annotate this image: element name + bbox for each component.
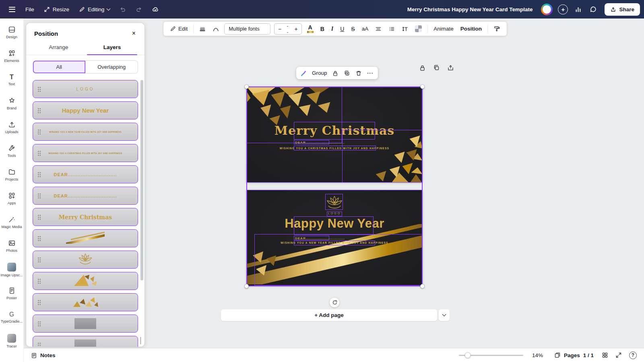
page-1-card[interactable]: Merry Christmas DEAR....................… <box>246 86 423 183</box>
card2-title[interactable]: Happy New Year <box>246 216 423 231</box>
redo-button[interactable] <box>131 3 147 16</box>
card1-dear-text[interactable]: DEAR.............................. <box>295 141 345 144</box>
drag-handle-icon[interactable] <box>37 86 41 92</box>
more-options-button[interactable]: ··· <box>365 68 376 78</box>
text-color-button[interactable]: A <box>304 23 317 35</box>
edit-button[interactable]: Edit <box>167 23 191 35</box>
layer-item[interactable]: DEAR.............................. <box>33 187 138 205</box>
drag-handle-icon[interactable] <box>37 214 41 220</box>
lotus-logo-graphic[interactable] <box>326 195 343 212</box>
drag-handle-icon[interactable] <box>37 257 41 263</box>
alignment-button[interactable] <box>372 23 385 35</box>
layer-item[interactable] <box>33 251 138 269</box>
file-menu-button[interactable]: File <box>21 3 39 16</box>
tab-layers[interactable]: Layers <box>85 41 139 55</box>
increase-font-button[interactable]: + <box>291 26 301 32</box>
add-page-options-button[interactable] <box>439 309 450 321</box>
resize-handle-bottom-left[interactable] <box>244 284 249 288</box>
transparency-button[interactable] <box>412 23 425 35</box>
font-family-selector[interactable]: Multiple fonts <box>224 23 270 35</box>
layer-item[interactable] <box>33 315 138 333</box>
sidebar-item-design[interactable]: Design <box>1 21 23 44</box>
grid-view-button[interactable] <box>602 352 608 358</box>
line-style-button[interactable] <box>209 23 222 35</box>
zoom-level[interactable]: 14% <box>532 352 543 358</box>
sidebar-item-magic-media[interactable]: Magic Media <box>1 210 23 234</box>
sidebar-item-poster[interactable]: Poster <box>1 282 23 305</box>
zoom-slider[interactable] <box>459 355 523 356</box>
drag-handle-icon[interactable] <box>37 129 41 135</box>
drag-handle-icon[interactable] <box>37 278 41 284</box>
group-button[interactable]: Group <box>310 68 329 78</box>
comments-button[interactable] <box>586 6 601 13</box>
undo-button[interactable] <box>115 3 130 16</box>
layer-item[interactable]: Merry Christmas <box>33 208 138 226</box>
tab-arrange[interactable]: Arrange <box>32 41 85 55</box>
magic-edit-button[interactable] <box>298 68 309 78</box>
copy-style-button[interactable] <box>490 23 504 35</box>
card1-title[interactable]: Merry Christmas <box>246 123 423 138</box>
drag-handle-icon[interactable] <box>37 150 41 156</box>
resize-button[interactable]: Resize <box>39 3 74 16</box>
rotate-handle[interactable] <box>330 298 339 307</box>
add-page-button[interactable]: + Add page <box>221 309 437 321</box>
stroke-weight-button[interactable] <box>196 23 209 35</box>
drag-handle-icon[interactable] <box>37 193 41 199</box>
help-button[interactable]: ? <box>629 352 637 359</box>
panel-scrollbar[interactable] <box>140 80 143 280</box>
sidebar-item-image-upscaler[interactable]: Image Upsc... <box>1 258 23 282</box>
fullscreen-button[interactable] <box>615 352 622 358</box>
layer-item[interactable] <box>33 293 138 311</box>
card2-dear-text[interactable]: DEAR.............................. <box>295 237 345 240</box>
account-avatar[interactable] <box>541 4 553 15</box>
share-button[interactable]: Share <box>605 3 640 16</box>
export-page-button[interactable] <box>446 63 455 72</box>
sidebar-item-text[interactable]: T Text <box>1 68 23 92</box>
resize-handle-top-left[interactable] <box>244 84 249 89</box>
layer-item[interactable]: WISHING YOU A NEW YEAR FILLED WITH JOY A… <box>33 123 138 141</box>
sidebar-item-projects[interactable]: Projects <box>1 163 23 187</box>
close-icon[interactable]: × <box>130 29 137 37</box>
bold-button[interactable]: B <box>317 23 328 35</box>
drag-handle-icon[interactable] <box>37 342 41 347</box>
filter-overlapping-button[interactable]: Overlapping <box>86 60 138 74</box>
main-menu-button[interactable] <box>4 7 20 12</box>
duplicate-button[interactable] <box>342 68 353 78</box>
layer-item[interactable]: Happy New Year <box>33 101 138 119</box>
layer-item[interactable] <box>33 336 138 347</box>
strikethrough-button[interactable]: S <box>348 23 358 35</box>
lock-button[interactable] <box>330 68 341 78</box>
list-button[interactable] <box>385 23 398 35</box>
resize-handle-bottom-right[interactable] <box>420 284 425 288</box>
scroll-down-indicator[interactable] <box>140 337 141 344</box>
duplicate-page-button[interactable] <box>432 63 441 72</box>
sidebar-item-elements[interactable]: Elements <box>1 44 23 68</box>
layer-item[interactable] <box>33 229 138 247</box>
position-button[interactable]: Position <box>457 23 485 35</box>
lock-page-button[interactable] <box>418 63 427 72</box>
editing-mode-dropdown[interactable]: Editing <box>74 3 114 16</box>
delete-button[interactable] <box>353 68 364 78</box>
layer-item[interactable]: DEAR.............................. <box>33 165 138 183</box>
drag-handle-icon[interactable] <box>37 321 41 327</box>
font-size-stepper[interactable]: − -- + <box>274 23 302 35</box>
italic-button[interactable]: I <box>328 23 336 35</box>
layer-item[interactable] <box>33 272 138 290</box>
sidebar-item-tools[interactable]: Tools <box>1 139 23 163</box>
insights-button[interactable] <box>571 6 585 13</box>
sidebar-item-brand[interactable]: Brand <box>1 92 23 115</box>
sidebar-item-photos[interactable]: Photos <box>1 234 23 258</box>
card2-logo-text[interactable]: LOGO <box>246 212 423 215</box>
add-member-button[interactable]: + <box>558 4 568 14</box>
card1-message-text[interactable]: WISHING YOU A CHRISTMAS FILLED WITH JOY … <box>246 147 423 150</box>
sidebar-item-apps[interactable]: Apps <box>1 187 23 210</box>
layer-item[interactable]: LOGO <box>33 80 138 98</box>
zoom-slider-handle[interactable] <box>464 352 471 358</box>
animate-button[interactable]: Animate <box>430 23 457 35</box>
card2-message-text[interactable]: WISHING YOU A NEW YEAR FILLED WITH JOY A… <box>246 241 423 244</box>
drag-handle-icon[interactable] <box>37 300 41 305</box>
font-size-value[interactable]: -- <box>285 23 291 35</box>
pages-control[interactable]: Pages 1 / 1 <box>554 352 594 358</box>
document-title[interactable]: Merry Christmas Happy New Year Card Temp… <box>407 6 533 12</box>
drag-handle-icon[interactable] <box>37 172 41 177</box>
